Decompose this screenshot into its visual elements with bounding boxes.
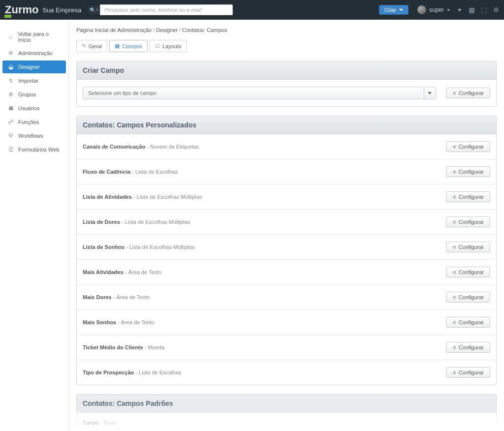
field-name: Lista de Sonhos	[83, 244, 125, 250]
sidebar-item-label: Designer	[18, 64, 40, 70]
configure-button[interactable]: ✲Configurar	[446, 242, 490, 252]
tab-campos[interactable]: ▦Campos	[109, 40, 148, 52]
tab-geral[interactable]: ✎Geral	[76, 40, 107, 52]
field-row: Canais de Comunicação - Nuvem de Etiquet…	[77, 134, 496, 159]
gear-icon: ✲	[452, 345, 456, 350]
field-row: Lista de Sonhos - Lista de Escolhas Múlt…	[77, 235, 496, 260]
field-type: - Área de Texto	[112, 294, 150, 300]
sidebar-item-grupos[interactable]: ❉Grupos	[2, 88, 66, 101]
gear-icon: ✲	[452, 270, 456, 275]
field-row: Lista de Atividades - Lista de Escolhas …	[77, 185, 496, 210]
search-scope-dropdown[interactable]: 🔍 ▾	[87, 4, 100, 15]
sidebar-item-voltar-para-o-in-cio[interactable]: ⌂Voltar para o Início	[2, 28, 66, 46]
sidebar-item-label: Formulários Web	[18, 147, 60, 153]
field-name: Mais Atividades	[83, 269, 124, 275]
gear-icon: ✲	[452, 91, 456, 96]
create-button[interactable]: Criar	[379, 5, 409, 15]
field-row: Ticket Médio do Cliente - Moeda✲Configur…	[77, 335, 496, 360]
caret-down-icon	[399, 9, 403, 11]
sidebar: ⌂Voltar para o Início✲Administração◒Desi…	[0, 20, 69, 431]
caret-down-icon: ▾	[96, 8, 98, 12]
sidebar-item-label: Funções	[18, 119, 39, 125]
sidebar-item-usu-rios[interactable]: ☗Usuários	[2, 102, 66, 115]
sidebar-item-importar[interactable]: ↯Importar	[2, 74, 66, 87]
custom-fields-panel: Contatos: Campos Personalizados Canais d…	[76, 116, 497, 385]
configure-button[interactable]: ✲Configurar	[446, 267, 490, 277]
globe-icon: ◒	[7, 63, 14, 70]
field-type: - Texto	[98, 420, 116, 426]
field-name: Tipo de Prospecção	[83, 369, 134, 375]
users-icon: ☗	[7, 105, 14, 112]
sidebar-item-label: Workflows	[18, 133, 43, 139]
field-name: Lista de Atividades	[83, 194, 132, 200]
breadcrumb-item[interactable]: Designer	[156, 27, 178, 33]
field-type: - Lista de Escolhas Múltiplas	[132, 194, 202, 200]
gear-icon: ✲	[452, 245, 456, 250]
tab-icon: ▦	[115, 43, 120, 49]
configure-button[interactable]: ✲Configurar	[446, 342, 490, 353]
user-menu[interactable]: super	[417, 5, 450, 14]
field-type: - Lista de Escolhas	[134, 369, 181, 375]
import-icon: ↯	[7, 77, 14, 84]
sidebar-item-fun-es[interactable]: ☍Funções	[2, 116, 66, 128]
field-name: Cargo	[83, 420, 98, 426]
header-toolbar: ✦ ▦ ⬚ ✲	[457, 6, 499, 14]
configure-button[interactable]: ✲Configurar	[446, 216, 490, 227]
sidebar-item-label: Voltar para o Início	[18, 31, 61, 43]
tab-icon: ☷	[155, 43, 160, 49]
field-type: - Área de Texto	[124, 269, 161, 275]
panel-title: Criar Campo	[77, 62, 496, 80]
sidebar-item-formul-rios-web[interactable]: ☰Formulários Web	[2, 143, 66, 156]
field-type: - Lista de Escolhas Múltiplas	[125, 244, 194, 250]
global-search-input[interactable]	[100, 4, 233, 15]
app-header: Zurmo Sua Empresa 🔍 ▾ Criar super ✦ ▦ ⬚ …	[0, 0, 504, 20]
configure-button[interactable]: ✲Configurar	[446, 292, 490, 303]
breadcrumb-separator: /	[153, 27, 155, 33]
sidebar-item-designer[interactable]: ◒Designer	[2, 61, 66, 73]
field-type: - Nuvem de Etiquetas	[145, 144, 199, 150]
configure-button[interactable]: ✲Configurar	[446, 191, 490, 202]
field-row: Mais Sonhos - Área de Texto✲Configurar	[77, 310, 496, 335]
configure-button[interactable]: ✲Configurar	[446, 317, 490, 328]
gear-icon: ✲	[452, 370, 456, 375]
gear-icon: ✲	[452, 295, 456, 300]
field-row: Lista de Dores - Lista de Escolhas Múlti…	[77, 210, 496, 235]
field-row: Fluxo de Cadência - Lista de Escolhas✲Co…	[77, 159, 496, 185]
home-icon: ⌂	[7, 33, 14, 40]
gear-icon: ✲	[452, 320, 456, 325]
panel-title: Contatos: Campos Padrões	[77, 395, 496, 413]
sidebar-item-workflows[interactable]: ΨWorkflows	[2, 129, 66, 142]
workflow-icon: Ψ	[7, 132, 14, 139]
panel-title: Contatos: Campos Personalizados	[77, 116, 496, 134]
standard-fields-panel: Contatos: Campos Padrões Cargo - TextoCe…	[76, 394, 497, 431]
field-type-select[interactable]: Selecione um tipo de campo	[83, 87, 436, 99]
calendar-icon[interactable]: ▦	[469, 6, 475, 14]
logo-accent	[4, 15, 11, 18]
field-name: Ticket Médio do Cliente	[83, 344, 143, 350]
configure-button[interactable]: ✲Configurar	[446, 141, 490, 152]
group-icon: ❉	[7, 91, 14, 98]
gear-icon: ✲	[452, 194, 456, 200]
tabs: ✎Geral▦Campos☷Layouts	[76, 40, 497, 52]
breadcrumb-item[interactable]: Página Inicial de Administração	[76, 27, 152, 33]
role-icon: ☍	[7, 119, 14, 125]
settings-icon[interactable]: ✲	[493, 6, 499, 14]
tab-label: Layouts	[162, 43, 182, 49]
cube-icon[interactable]: ⬚	[481, 6, 487, 14]
field-name: Mais Sonhos	[83, 319, 116, 325]
field-row: Tipo de Prospecção - Lista de Escolhas✲C…	[77, 360, 496, 385]
pin-icon[interactable]: ✦	[457, 6, 463, 14]
breadcrumb-separator: /	[179, 27, 181, 33]
gear-icon: ✲	[452, 219, 456, 225]
sidebar-item-administra-o[interactable]: ✲Administração	[2, 47, 66, 60]
field-name: Canais de Comunicação	[83, 144, 145, 150]
field-name: Lista de Dores	[83, 219, 120, 225]
configure-button[interactable]: ✲Configurar	[446, 166, 490, 177]
configure-button[interactable]: ✲Configurar	[446, 367, 490, 378]
field-type: - Moeda	[143, 344, 164, 350]
create-field-panel: Criar Campo Selecione um tipo de campo ✲…	[76, 61, 497, 107]
tab-icon: ✎	[82, 43, 86, 49]
tab-layouts[interactable]: ☷Layouts	[150, 40, 187, 52]
configure-button[interactable]: ✲ Configurar	[446, 88, 490, 98]
select-placeholder: Selecione um tipo de campo	[88, 90, 157, 96]
